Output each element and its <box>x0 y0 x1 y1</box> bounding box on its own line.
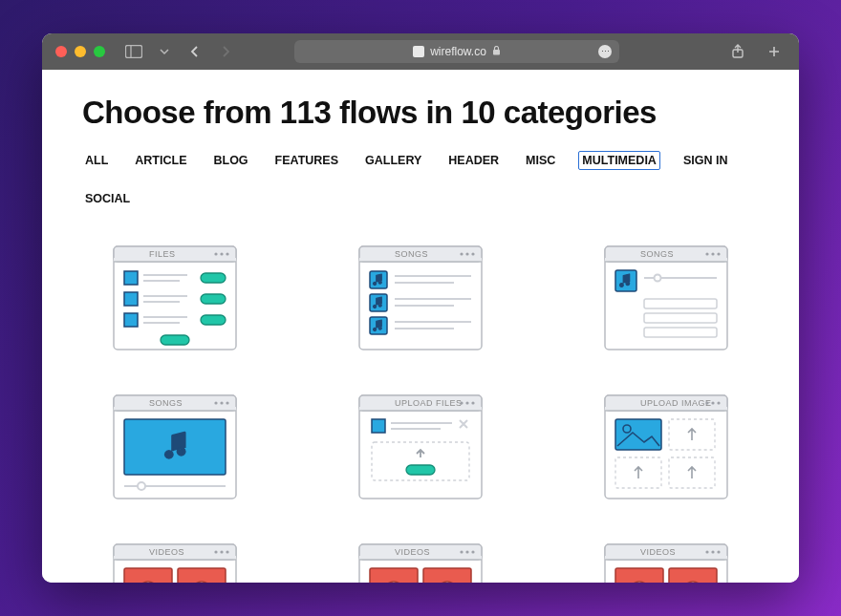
back-button[interactable] <box>183 42 206 61</box>
category-tab-sign-in[interactable]: SIGN IN <box>680 152 731 169</box>
svg-rect-0 <box>126 46 142 58</box>
svg-rect-19 <box>201 294 226 304</box>
svg-point-124 <box>717 550 720 553</box>
fullscreen-window-button[interactable] <box>94 46 105 57</box>
svg-point-72 <box>460 401 463 404</box>
window-controls <box>55 46 105 57</box>
svg-rect-79 <box>406 465 435 475</box>
category-tab-social[interactable]: SOCIAL <box>82 190 133 207</box>
svg-rect-101 <box>124 568 172 583</box>
flow-card-videos-7[interactable]: VIDEOS <box>358 543 483 583</box>
flow-card-files-0[interactable]: FILES <box>113 245 237 350</box>
svg-point-32 <box>471 252 474 255</box>
svg-point-48 <box>711 252 714 255</box>
forward-button[interactable] <box>214 42 237 61</box>
svg-point-10 <box>221 252 224 255</box>
svg-rect-113 <box>370 568 418 583</box>
chevron-down-icon[interactable] <box>153 42 176 61</box>
category-tab-features[interactable]: FEATURES <box>272 152 341 169</box>
svg-point-87 <box>717 401 720 404</box>
flow-card-songs-1[interactable]: SONGS <box>358 245 483 350</box>
svg-rect-24 <box>161 335 189 345</box>
category-tab-blog[interactable]: BLOG <box>210 152 250 169</box>
category-tab-gallery[interactable]: GALLERY <box>362 152 424 169</box>
svg-text:VIDEOS: VIDEOS <box>149 547 184 557</box>
svg-point-52 <box>654 275 660 282</box>
reader-mode-icon[interactable]: ⋯ <box>598 45 612 58</box>
svg-rect-16 <box>124 292 138 306</box>
flow-card-songs-2[interactable]: SONGS <box>604 245 728 350</box>
svg-rect-103 <box>178 568 226 583</box>
svg-text:VIDEOS: VIDEOS <box>640 547 676 557</box>
svg-point-98 <box>215 550 218 553</box>
page-content: Choose from 113 flows in 10 categories A… <box>42 70 799 583</box>
svg-point-11 <box>226 252 229 255</box>
flow-card-upload-files-4[interactable]: UPLOAD FILES <box>358 394 483 499</box>
svg-rect-20 <box>124 313 138 327</box>
minimize-window-button[interactable] <box>75 46 86 57</box>
svg-point-49 <box>717 252 720 255</box>
site-icon <box>413 46 424 57</box>
address-bar[interactable]: wireflow.co ⋯ <box>294 40 619 63</box>
flow-card-upload-image-5[interactable]: UPLOAD IMAGE <box>604 394 728 499</box>
svg-rect-88 <box>615 419 661 450</box>
category-tabs: ALLARTICLEBLOGFEATURESGALLERYHEADERMISCM… <box>82 152 759 207</box>
svg-text:VIDEOS: VIDEOS <box>395 547 430 557</box>
svg-point-86 <box>711 401 714 404</box>
url-text: wireflow.co <box>430 45 486 58</box>
flow-card-videos-8[interactable]: VIDEOS <box>604 543 728 583</box>
close-window-button[interactable] <box>55 46 67 57</box>
svg-rect-127 <box>669 568 717 583</box>
flow-card-videos-6[interactable]: VIDEOS <box>113 543 237 583</box>
svg-rect-2 <box>493 50 500 55</box>
svg-point-112 <box>471 550 474 553</box>
svg-rect-23 <box>201 315 226 325</box>
svg-text:SONGS: SONGS <box>149 398 183 408</box>
svg-point-66 <box>138 482 145 490</box>
svg-point-111 <box>465 550 468 553</box>
category-tab-all[interactable]: ALL <box>82 152 111 169</box>
svg-rect-75 <box>372 419 385 433</box>
category-tab-misc[interactable]: MISC <box>523 152 558 169</box>
svg-text:UPLOAD FILES: UPLOAD FILES <box>395 398 463 408</box>
flow-grid: FILES SONGS <box>82 245 759 583</box>
svg-point-47 <box>705 252 708 255</box>
svg-rect-12 <box>124 271 138 285</box>
svg-point-9 <box>215 252 218 255</box>
browser-window: wireflow.co ⋯ Choose from 113 flows in 1… <box>42 33 799 583</box>
svg-point-85 <box>705 401 708 404</box>
svg-text:SONGS: SONGS <box>395 249 428 259</box>
category-tab-header[interactable]: HEADER <box>445 152 502 169</box>
svg-point-62 <box>221 401 224 404</box>
svg-text:SONGS: SONGS <box>640 249 674 259</box>
sidebar-toggle-icon[interactable] <box>122 42 145 61</box>
svg-point-30 <box>460 252 463 255</box>
svg-rect-125 <box>615 568 663 583</box>
svg-point-100 <box>226 550 229 553</box>
svg-text:UPLOAD IMAGE: UPLOAD IMAGE <box>640 398 712 408</box>
flow-card-songs-3[interactable]: SONGS <box>113 394 237 499</box>
new-tab-icon[interactable] <box>763 42 786 61</box>
svg-point-61 <box>215 401 218 404</box>
svg-point-99 <box>221 550 224 553</box>
page-title: Choose from 113 flows in 10 categories <box>82 95 759 131</box>
category-tab-multimedia[interactable]: MULTIMEDIA <box>579 152 659 169</box>
svg-point-63 <box>226 401 229 404</box>
svg-point-123 <box>711 550 714 553</box>
svg-text:FILES: FILES <box>149 249 176 259</box>
svg-point-73 <box>465 401 468 404</box>
share-icon[interactable] <box>726 42 749 61</box>
svg-point-110 <box>460 550 463 553</box>
svg-point-74 <box>471 401 474 404</box>
lock-icon <box>492 45 501 58</box>
svg-rect-115 <box>423 568 471 583</box>
svg-point-122 <box>705 550 708 553</box>
browser-toolbar: wireflow.co ⋯ <box>42 33 799 70</box>
svg-rect-15 <box>201 273 226 283</box>
category-tab-article[interactable]: ARTICLE <box>132 152 189 169</box>
svg-point-31 <box>465 252 468 255</box>
